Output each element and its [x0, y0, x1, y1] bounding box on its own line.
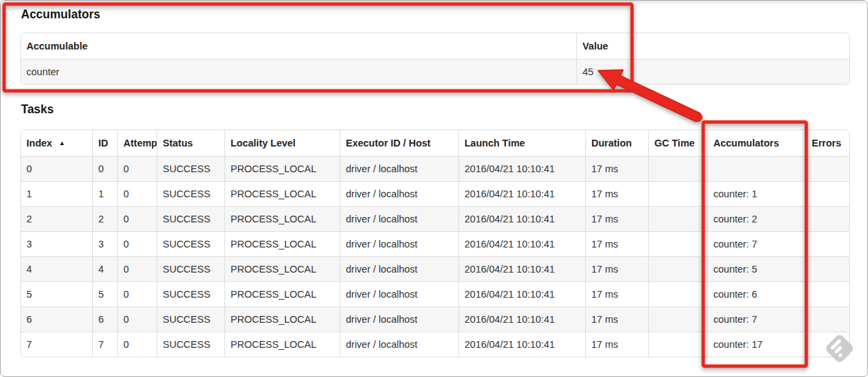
table-cell: 17 ms [585, 281, 648, 306]
table-cell: PROCESS_LOCAL [224, 332, 340, 357]
table-cell: PROCESS_LOCAL [224, 256, 340, 281]
table-cell: 17 ms [585, 156, 648, 181]
table-cell: 0 [21, 156, 92, 181]
col-header-value: Value [576, 33, 849, 59]
table-cell [806, 206, 849, 231]
table-cell: counter: 6 [707, 281, 806, 306]
col-header-locality-level[interactable]: Locality Level [224, 130, 340, 156]
table-cell: 5 [92, 281, 117, 306]
table-cell: 2016/04/21 10:10:41 [458, 281, 585, 306]
table-cell: 0 [92, 156, 117, 181]
table-cell: 3 [21, 231, 92, 256]
col-header-index[interactable]: Index▲ [21, 130, 92, 156]
col-header-index-label: Index [26, 138, 52, 148]
table-cell: 2016/04/21 10:10:41 [458, 206, 585, 231]
table-cell: driver / localhost [340, 231, 458, 256]
table-cell: 7 [21, 332, 92, 357]
table-cell: 0 [117, 231, 157, 256]
table-cell: 5 [21, 281, 92, 306]
table-cell: 2016/04/21 10:10:41 [458, 181, 585, 206]
table-row: 770SUCCESSPROCESS_LOCALdriver / localhos… [21, 332, 849, 357]
col-header-accumulable: Accumulable [21, 33, 576, 59]
table-cell: 0 [117, 332, 157, 357]
table-cell: 17 ms [585, 332, 648, 357]
table-cell: 45 [576, 59, 849, 84]
table-cell: 6 [92, 306, 117, 332]
tasks-heading: Tasks [21, 102, 54, 117]
col-header-id[interactable]: ID [92, 130, 117, 156]
table-cell: 2 [21, 206, 92, 231]
table-cell [806, 231, 849, 256]
table-cell: driver / localhost [340, 256, 458, 281]
table-cell [806, 181, 849, 206]
table-cell: 0 [117, 281, 157, 306]
table-cell: driver / localhost [340, 306, 458, 332]
col-header-errors[interactable]: Errors [806, 130, 849, 156]
table-cell: driver / localhost [340, 281, 458, 306]
table-cell: 2016/04/21 10:10:41 [458, 156, 585, 181]
table-cell: 17 ms [585, 306, 648, 332]
table-cell: SUCCESS [157, 306, 224, 332]
table-cell: counter: 1 [707, 181, 806, 206]
tasks-table: Index▲ ID Attempt Status Locality Level … [20, 130, 850, 357]
table-cell: 6 [21, 306, 92, 332]
table-cell: 2016/04/21 10:10:41 [458, 306, 585, 332]
table-cell: 0 [117, 306, 157, 332]
table-cell: SUCCESS [157, 281, 224, 306]
table-cell [806, 156, 849, 181]
table-cell: 17 ms [585, 256, 648, 281]
table-row: 000SUCCESSPROCESS_LOCALdriver / localhos… [21, 156, 849, 181]
table-cell: driver / localhost [340, 332, 458, 357]
table-cell [648, 256, 707, 281]
table-cell: SUCCESS [157, 181, 224, 206]
table-cell: driver / localhost [340, 156, 458, 181]
col-header-status[interactable]: Status [157, 130, 224, 156]
table-cell: SUCCESS [157, 231, 224, 256]
col-header-executor-id-host[interactable]: Executor ID / Host [340, 130, 458, 156]
table-cell [648, 281, 707, 306]
table-cell [806, 281, 849, 306]
table-cell: counter: 7 [707, 231, 806, 256]
table-cell: counter: 17 [707, 332, 806, 357]
accumulators-table: Accumulable Value counter45 [20, 33, 850, 85]
table-cell: counter: 5 [707, 256, 806, 281]
table-cell [648, 231, 707, 256]
table-row: 660SUCCESSPROCESS_LOCALdriver / localhos… [21, 306, 849, 332]
table-cell: 7 [92, 332, 117, 357]
table-cell: PROCESS_LOCAL [224, 206, 340, 231]
table-cell [648, 206, 707, 231]
table-cell [806, 332, 849, 357]
table-cell: SUCCESS [157, 332, 224, 357]
table-cell [648, 181, 707, 206]
table-cell [648, 306, 707, 332]
table-cell: 17 ms [585, 231, 648, 256]
table-row: counter45 [21, 59, 849, 84]
table-cell: SUCCESS [157, 156, 224, 181]
table-cell: SUCCESS [157, 256, 224, 281]
table-cell: PROCESS_LOCAL [224, 156, 340, 181]
col-header-duration[interactable]: Duration [585, 130, 648, 156]
table-cell: PROCESS_LOCAL [224, 231, 340, 256]
table-cell [806, 306, 849, 332]
table-cell: counter: 7 [707, 306, 806, 332]
table-cell: SUCCESS [157, 206, 224, 231]
table-row: 440SUCCESSPROCESS_LOCALdriver / localhos… [21, 256, 849, 281]
table-cell [806, 256, 849, 281]
table-cell: counter [21, 59, 576, 84]
table-cell [648, 332, 707, 357]
table-cell: 4 [21, 256, 92, 281]
col-header-launch-time[interactable]: Launch Time [458, 130, 585, 156]
col-header-gc-time[interactable]: GC Time [648, 130, 707, 156]
accumulators-heading: Accumulators [21, 7, 100, 22]
table-row: 110SUCCESSPROCESS_LOCALdriver / localhos… [21, 181, 849, 206]
table-header-row: Index▲ ID Attempt Status Locality Level … [21, 130, 849, 156]
table-cell: driver / localhost [340, 181, 458, 206]
col-header-accumulators[interactable]: Accumulators [707, 130, 806, 156]
table-cell [648, 156, 707, 181]
table-row: 220SUCCESSPROCESS_LOCALdriver / localhos… [21, 206, 849, 231]
table-row: 550SUCCESSPROCESS_LOCALdriver / localhos… [21, 281, 849, 306]
table-cell: driver / localhost [340, 206, 458, 231]
col-header-attempt[interactable]: Attempt [117, 130, 157, 156]
table-cell: 0 [117, 206, 157, 231]
table-cell: 17 ms [585, 206, 648, 231]
